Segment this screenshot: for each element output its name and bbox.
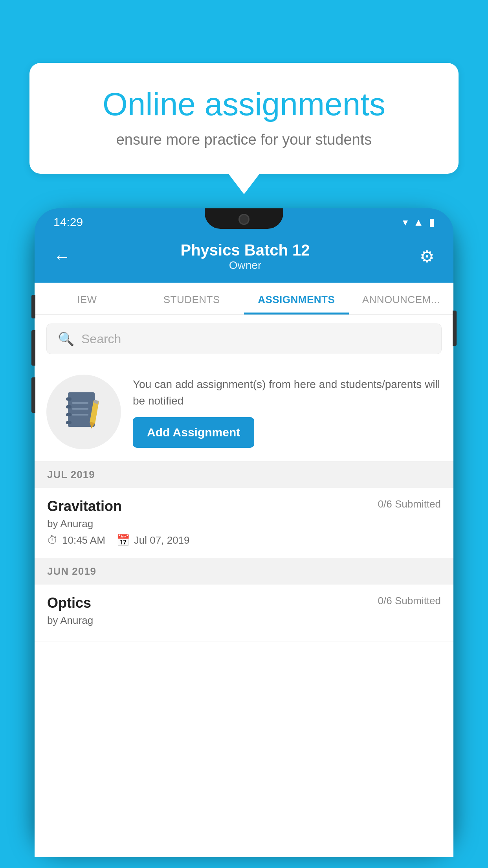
assignment-submitted-optics: 0/6 Submitted bbox=[378, 595, 441, 607]
tabs-bar: IEW STUDENTS ASSIGNMENTS ANNOUNCEM... bbox=[35, 283, 453, 315]
info-text: You can add assignment(s) from here and … bbox=[133, 376, 442, 448]
assignment-by-gravitation: by Anurag bbox=[47, 518, 441, 530]
notebook-icon-wrapper bbox=[46, 375, 121, 449]
bubble-subtitle: ensure more practice for your students bbox=[57, 131, 431, 148]
volume-up-button bbox=[31, 330, 35, 366]
tab-assignments[interactable]: ASSIGNMENTS bbox=[244, 283, 349, 314]
assignment-optics-top-row: Optics 0/6 Submitted bbox=[47, 595, 441, 611]
assignment-submitted-gravitation: 0/6 Submitted bbox=[378, 498, 441, 510]
tab-students[interactable]: STUDENTS bbox=[139, 283, 244, 314]
assignment-optics[interactable]: Optics 0/6 Submitted by Anurag bbox=[35, 585, 453, 642]
assignment-gravitation[interactable]: Gravitation 0/6 Submitted by Anurag ⏱ 10… bbox=[35, 488, 453, 558]
speech-bubble-wrapper: Online assignments ensure more practice … bbox=[29, 63, 459, 174]
svg-rect-3 bbox=[66, 413, 72, 416]
tab-announcements[interactable]: ANNOUNCEM... bbox=[349, 283, 454, 314]
section-label-jun: JUN 2019 bbox=[47, 565, 96, 577]
tab-iew[interactable]: IEW bbox=[35, 283, 139, 314]
section-jul-2019: JUL 2019 bbox=[35, 462, 453, 488]
header-title: Physics Batch 12 bbox=[180, 241, 310, 259]
phone-outer: 14:29 ▾ ▲ ▮ ← Physics Batch 12 Owner ⚙ I… bbox=[35, 208, 453, 845]
phone-frame: 14:29 ▾ ▲ ▮ ← Physics Batch 12 Owner ⚙ I… bbox=[35, 208, 453, 868]
speech-bubble: Online assignments ensure more practice … bbox=[29, 63, 459, 174]
search-bar-wrapper: 🔍 Search bbox=[35, 315, 453, 363]
phone-content: 🔍 Search bbox=[35, 315, 453, 857]
svg-rect-6 bbox=[72, 408, 88, 410]
section-jun-2019: JUN 2019 bbox=[35, 558, 453, 585]
volume-down-button bbox=[31, 377, 35, 413]
header-subtitle: Owner bbox=[180, 259, 310, 272]
assignment-title-optics: Optics bbox=[47, 595, 91, 611]
search-icon: 🔍 bbox=[58, 331, 74, 347]
assignment-date-value: Jul 07, 2019 bbox=[134, 534, 190, 546]
assignment-title-gravitation: Gravitation bbox=[47, 498, 122, 515]
svg-rect-1 bbox=[66, 397, 72, 401]
settings-icon[interactable]: ⚙ bbox=[420, 247, 435, 266]
signal-icon: ▲ bbox=[413, 216, 424, 228]
assignment-date: 📅 Jul 07, 2019 bbox=[116, 534, 190, 547]
assignment-time: ⏱ 10:45 AM bbox=[47, 534, 105, 547]
status-time: 14:29 bbox=[53, 215, 83, 229]
search-placeholder: Search bbox=[81, 332, 121, 346]
search-bar[interactable]: 🔍 Search bbox=[46, 324, 442, 354]
assignment-time-value: 10:45 AM bbox=[62, 534, 105, 546]
svg-rect-2 bbox=[66, 405, 72, 408]
phone-notch bbox=[205, 208, 283, 229]
app-header: ← Physics Batch 12 Owner ⚙ bbox=[35, 233, 453, 283]
add-assignment-button[interactable]: Add Assignment bbox=[133, 417, 254, 448]
bubble-title: Online assignments bbox=[57, 86, 431, 122]
battery-icon: ▮ bbox=[429, 216, 435, 228]
notebook-icon bbox=[64, 390, 103, 434]
section-label-jul: JUL 2019 bbox=[47, 469, 95, 480]
header-center: Physics Batch 12 Owner bbox=[180, 241, 310, 272]
assignment-meta-gravitation: ⏱ 10:45 AM 📅 Jul 07, 2019 bbox=[47, 534, 441, 547]
svg-rect-7 bbox=[72, 414, 88, 416]
svg-rect-4 bbox=[66, 421, 72, 424]
camera-lens bbox=[238, 214, 250, 225]
info-section: You can add assignment(s) from here and … bbox=[35, 363, 453, 462]
clock-icon: ⏱ bbox=[47, 534, 58, 547]
info-description: You can add assignment(s) from here and … bbox=[133, 376, 442, 409]
assignment-by-optics: by Anurag bbox=[47, 614, 441, 627]
status-icons: ▾ ▲ ▮ bbox=[403, 216, 435, 228]
calendar-icon: 📅 bbox=[116, 534, 130, 547]
wifi-icon: ▾ bbox=[403, 216, 408, 228]
power-button bbox=[453, 311, 457, 346]
svg-rect-5 bbox=[72, 402, 88, 404]
back-button[interactable]: ← bbox=[53, 247, 71, 267]
assignment-top-row: Gravitation 0/6 Submitted bbox=[47, 498, 441, 515]
